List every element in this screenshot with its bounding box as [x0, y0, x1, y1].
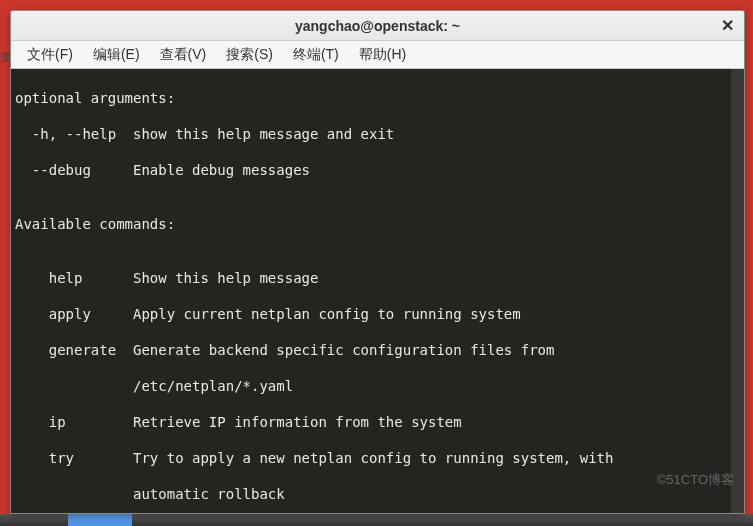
output-line: ip Retrieve IP information from the syst…	[15, 413, 740, 431]
taskbar-active-fragment	[68, 514, 132, 526]
background-fragment: 度	[0, 50, 10, 65]
menu-view[interactable]: 查看(V)	[152, 43, 215, 67]
scrollbar[interactable]	[731, 69, 744, 513]
menu-file[interactable]: 文件(F)	[19, 43, 81, 67]
terminal-window: yangchao@openstack: ~ ✕ 文件(F) 编辑(E) 查看(V…	[10, 10, 745, 514]
output-line: --debug Enable debug messages	[15, 161, 740, 179]
window-title: yangchao@openstack: ~	[295, 18, 460, 34]
output-line: -h, --help show this help message and ex…	[15, 125, 740, 143]
watermark: ©51CTO博客	[657, 471, 734, 489]
output-line: help Show this help message	[15, 269, 740, 287]
output-line: /etc/netplan/*.yaml	[15, 377, 740, 395]
close-icon[interactable]: ✕	[716, 15, 738, 35]
output-line: Available commands:	[15, 215, 740, 233]
menu-help[interactable]: 帮助(H)	[351, 43, 414, 67]
output-line: optional arguments:	[15, 89, 740, 107]
output-line: automatic rollback	[15, 485, 740, 503]
terminal-output[interactable]: optional arguments: -h, --help show this…	[11, 69, 744, 513]
output-line: try Try to apply a new netplan config to…	[15, 449, 740, 467]
menu-search[interactable]: 搜索(S)	[218, 43, 281, 67]
output-line: generate Generate backend specific confi…	[15, 341, 740, 359]
output-line: apply Apply current netplan config to ru…	[15, 305, 740, 323]
menu-terminal[interactable]: 终端(T)	[285, 43, 347, 67]
titlebar[interactable]: yangchao@openstack: ~ ✕	[11, 11, 744, 41]
menu-edit[interactable]: 编辑(E)	[85, 43, 148, 67]
menubar: 文件(F) 编辑(E) 查看(V) 搜索(S) 终端(T) 帮助(H)	[11, 41, 744, 69]
